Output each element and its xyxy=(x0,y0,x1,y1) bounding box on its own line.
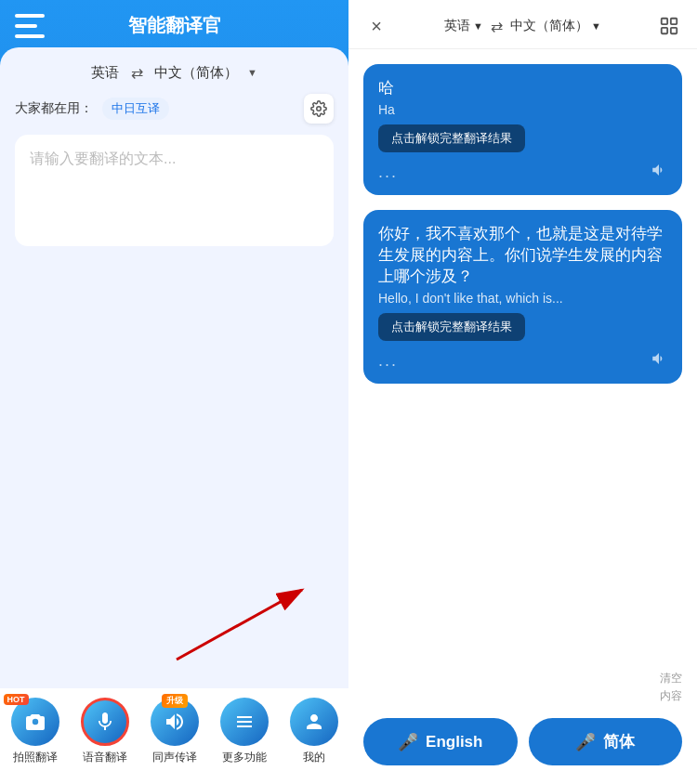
input-placeholder: 请输入要翻译的文本... xyxy=(30,150,176,166)
chinese-btn-label: 简体 xyxy=(603,731,635,752)
more-label: 更多功能 xyxy=(222,750,267,765)
lang-selector: 英语 ⇄ 中文（简体） ▼ xyxy=(15,62,334,83)
bubble-1-dots: ... xyxy=(378,163,398,182)
tool-more[interactable]: 更多功能 xyxy=(217,698,272,765)
right-header: × 英语 ▼ ⇄ 中文（简体） ▼ xyxy=(348,0,697,49)
english-btn-label: English xyxy=(426,733,482,751)
left-toolbar: HOT 拍照翻译 语音翻译 升级 同声传译 xyxy=(0,688,348,784)
right-source-arrow: ▼ xyxy=(473,20,483,32)
english-mic-icon: 🎤 xyxy=(398,732,418,752)
bubble-1-en: Ha xyxy=(378,102,667,117)
voice-label: 语音翻译 xyxy=(83,750,127,765)
app-title: 智能翻译官 xyxy=(128,13,221,38)
svg-rect-5 xyxy=(662,28,667,33)
chat-bubble-1: 哈 Ha 点击解锁完整翻译结果 ... xyxy=(363,64,682,195)
sync-label: 同声传译 xyxy=(152,750,197,765)
hot-badge: HOT xyxy=(4,694,29,705)
right-swap-icon[interactable]: ⇄ xyxy=(491,18,503,35)
source-lang[interactable]: 英语 xyxy=(91,64,119,82)
swap-icon[interactable]: ⇄ xyxy=(126,62,147,83)
profile-icon-wrap xyxy=(290,698,338,746)
bottom-buttons: 🎤 English 🎤 简体 xyxy=(348,709,697,784)
volume-icon-2[interactable] xyxy=(651,350,667,371)
profile-label: 我的 xyxy=(303,750,325,765)
bubble-1-cn: 哈 xyxy=(378,77,667,98)
bubble-1-footer: ... xyxy=(378,162,667,182)
bubble-2-dots: ... xyxy=(378,351,398,371)
target-lang[interactable]: 中文（简体） xyxy=(154,64,238,82)
tool-profile[interactable]: 我的 xyxy=(286,698,342,765)
right-menu-button[interactable] xyxy=(656,13,682,39)
tool-sync[interactable]: 升级 同声传译 xyxy=(147,698,203,765)
translation-input[interactable]: 请输入要翻译的文本... xyxy=(15,135,334,246)
more-icon-wrap xyxy=(220,698,269,746)
popular-row: 大家都在用： 中日互译 xyxy=(15,94,334,124)
camera-label: 拍照翻译 xyxy=(13,750,58,765)
left-content: 英语 ⇄ 中文（简体） ▼ 大家都在用： 中日互译 请输入要翻译的文本... xyxy=(0,47,348,784)
svg-rect-6 xyxy=(671,28,677,33)
right-target-arrow: ▼ xyxy=(591,20,601,32)
left-panel: 智能翻译官 英语 ⇄ 中文（简体） ▼ 大家都在用： 中日互译 请输入要翻译的文… xyxy=(0,0,348,784)
clear-button[interactable]: 清空 内容 xyxy=(348,666,697,709)
close-button[interactable]: × xyxy=(363,13,389,39)
volume-icon-1[interactable] xyxy=(651,162,667,182)
svg-point-0 xyxy=(317,107,322,111)
right-lang-group: 英语 ▼ ⇄ 中文（简体） ▼ xyxy=(389,18,656,35)
chat-area: 哈 Ha 点击解锁完整翻译结果 ... 你好，我不喜欢那个，也就是这是对待学生发… xyxy=(348,49,697,666)
settings-button[interactable] xyxy=(304,94,334,124)
unlock-button-2[interactable]: 点击解锁完整翻译结果 xyxy=(378,313,525,341)
menu-icon[interactable] xyxy=(15,14,45,38)
bubble-2-en: Hello, I don't like that, which is... xyxy=(378,291,667,306)
upgrade-badge: 升级 xyxy=(162,694,188,708)
english-mic-button[interactable]: 🎤 English xyxy=(363,718,518,765)
right-panel: × 英语 ▼ ⇄ 中文（简体） ▼ 哈 Ha 点击解锁完整 xyxy=(348,0,697,784)
popular-tag[interactable]: 中日互译 xyxy=(102,98,169,120)
right-target-lang[interactable]: 中文（简体） ▼ xyxy=(510,18,601,34)
right-source-lang[interactable]: 英语 ▼ xyxy=(444,18,483,34)
target-lang-arrow[interactable]: ▼ xyxy=(247,67,257,78)
bubble-2-cn: 你好，我不喜欢那个，也就是这是对待学生发展的内容上。你们说学生发展的内容上哪个涉… xyxy=(378,223,667,287)
chinese-mic-button[interactable]: 🎤 简体 xyxy=(529,718,683,765)
left-header: 智能翻译官 xyxy=(0,0,348,47)
voice-icon-wrap xyxy=(81,698,129,746)
chat-bubble-2: 你好，我不喜欢那个，也就是这是对待学生发展的内容上。你们说学生发展的内容上哪个涉… xyxy=(363,210,682,384)
popular-label: 大家都在用： xyxy=(15,100,93,117)
svg-rect-3 xyxy=(662,19,667,24)
unlock-button-1[interactable]: 点击解锁完整翻译结果 xyxy=(378,124,525,152)
chinese-mic-icon: 🎤 xyxy=(575,732,596,752)
tool-voice[interactable]: 语音翻译 xyxy=(77,698,133,765)
svg-rect-4 xyxy=(671,19,677,24)
bubble-2-footer: ... xyxy=(378,350,667,371)
tool-camera[interactable]: HOT 拍照翻译 xyxy=(7,698,63,765)
